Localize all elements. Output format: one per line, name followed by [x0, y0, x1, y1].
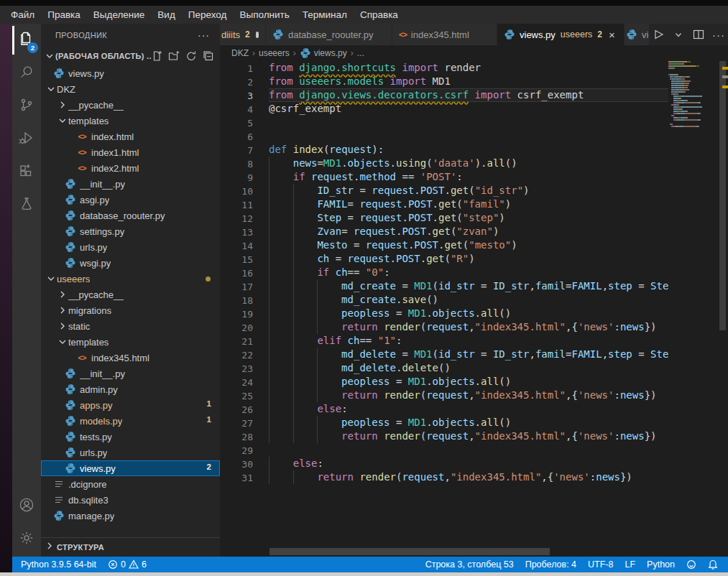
- code-editor[interactable]: 1from django.shortcuts import render2fro…: [220, 61, 668, 548]
- eol-status[interactable]: LF: [619, 557, 641, 572]
- bell-icon: [708, 559, 718, 570]
- tree-file-apps-py[interactable]: apps.py1: [41, 397, 220, 413]
- new-file-button-icon[interactable]: [151, 50, 162, 62]
- tree-folder--pycache-[interactable]: __pycache__: [41, 97, 220, 113]
- tree-file-tests-py[interactable]: tests.py: [41, 429, 220, 445]
- activitybar-explorer[interactable]: 2: [12, 24, 41, 57]
- python-interpreter-status[interactable]: Python 3.9.5 64-bit: [15, 557, 102, 572]
- outline-label: СТРУКТУРА: [57, 543, 104, 552]
- outline-section-header[interactable]: СТРУКТУРА: [41, 537, 220, 557]
- code-token: ID_str: [493, 280, 530, 292]
- tree-file-urls-py[interactable]: urls.py: [41, 239, 220, 255]
- indent-guide: [317, 416, 341, 429]
- activitybar-account[interactable]: [12, 490, 41, 523]
- workspace-section-header[interactable]: (РАБОЧАЯ ОБЛАСТЬ) ...: [41, 47, 220, 65]
- tree-folder-templates[interactable]: templates: [41, 113, 220, 129]
- run-python-file-button[interactable]: [650, 26, 667, 43]
- tab-label: index345.html: [411, 29, 469, 40]
- tree-file--dcignore[interactable]: .dcignore: [41, 476, 220, 492]
- horizontal-scrollbar[interactable]: [269, 548, 550, 555]
- sidebar-more-actions-icon[interactable]: ···: [198, 29, 210, 41]
- code-token: news: [620, 389, 645, 401]
- tree-file-db-sqlite3[interactable]: db.sqlite3: [41, 492, 220, 508]
- tab-diiits[interactable]: diiits2: [220, 24, 266, 45]
- tree-file--init-py[interactable]: __init__.py: [41, 176, 220, 192]
- vertical-scrollbar[interactable]: [719, 61, 726, 330]
- code-token: 'news': [578, 321, 614, 333]
- tree-item-label: db.sqlite3: [68, 495, 109, 506]
- activitybar-run-debug[interactable]: [12, 123, 41, 156]
- tree-file-index-html[interactable]: <>index.html: [41, 129, 220, 144]
- code-token: ,: [529, 348, 535, 360]
- encoding-status[interactable]: UTF-8: [582, 557, 619, 572]
- language-mode-status[interactable]: Python: [641, 557, 681, 572]
- minimap[interactable]: [668, 61, 719, 205]
- activitybar-testing[interactable]: [12, 189, 41, 222]
- tree-file-index1-html[interactable]: <>index1.html: [41, 144, 220, 160]
- line-number: 11: [220, 198, 253, 211]
- tab-vie[interactable]: vie: [625, 24, 650, 45]
- tree-file-index2-html[interactable]: <>index2.html: [41, 160, 220, 176]
- python-icon: [626, 29, 637, 40]
- tree-folder--pycache-[interactable]: __pycache__: [41, 287, 220, 302]
- menu-item-2[interactable]: Правка: [41, 6, 87, 24]
- breadcrumb[interactable]: DKZ›useeers›views.py›...: [220, 45, 728, 61]
- tree-item-label: index1.html: [91, 147, 139, 158]
- tree-file-database-roouter-py[interactable]: database_roouter.py: [41, 208, 220, 223]
- tree-item-label: templates: [68, 337, 109, 348]
- tree-file-settings-py[interactable]: settings.py: [41, 223, 220, 239]
- split-editor-button[interactable]: [690, 26, 707, 43]
- indentation-status[interactable]: Пробелов: 4: [520, 557, 582, 572]
- breadcrumb-item-DKZ[interactable]: DKZ: [231, 48, 249, 58]
- menu-item-8[interactable]: Справка: [354, 6, 405, 24]
- tree-folder-templates[interactable]: templates: [41, 334, 220, 350]
- breadcrumb-item--[interactable]: ...: [357, 48, 364, 58]
- line-number: 27: [220, 416, 253, 429]
- more-actions-button[interactable]: ···: [710, 26, 727, 43]
- run-dropdown-button[interactable]: [670, 26, 687, 43]
- tree-file-asgi-py[interactable]: asgi.py: [41, 192, 220, 208]
- tree-file-urls-py[interactable]: urls.py: [41, 445, 220, 460]
- tree-file--init-py[interactable]: __init__.py: [41, 366, 220, 381]
- new-folder-button-icon[interactable]: [168, 50, 180, 62]
- menu-item-6[interactable]: Выполнить: [233, 6, 295, 24]
- activitybar-source-control[interactable]: [12, 90, 41, 123]
- menu-item-5[interactable]: Переход: [182, 6, 234, 24]
- collapse-folders-button-icon[interactable]: [203, 50, 214, 62]
- tree-folder-useeers[interactable]: useeers: [41, 271, 220, 287]
- refresh-explorer-button-icon[interactable]: [185, 50, 197, 62]
- tab-database-roouter-py[interactable]: database_roouter.py: [266, 24, 392, 45]
- minimap-line: [668, 89, 719, 90]
- feedback-button[interactable]: [681, 557, 702, 572]
- tree-file-index345-html[interactable]: <>index345.html: [41, 350, 220, 366]
- activitybar-search[interactable]: [12, 57, 41, 90]
- menu-item-7[interactable]: Терминал: [296, 6, 354, 24]
- tree-file-models-py[interactable]: models.py1: [41, 413, 220, 429]
- tab-views-py[interactable]: views.pyuseeers2×: [497, 24, 625, 45]
- code-token: step: [608, 280, 632, 292]
- git-change-badge: 2: [207, 463, 211, 471]
- tree-file-views-py[interactable]: views.py: [41, 65, 220, 81]
- activitybar-extensions[interactable]: [12, 156, 41, 189]
- menu-item-1[interactable]: Файл: [4, 6, 41, 24]
- tree-file-views-py[interactable]: views.py2: [41, 460, 220, 476]
- tree-file-manage-py[interactable]: manage.py: [41, 508, 220, 524]
- tree-folder-DKZ[interactable]: DKZ: [41, 81, 220, 97]
- close-tab-icon[interactable]: ×: [609, 29, 615, 40]
- tree-file-admin-py[interactable]: admin.py: [41, 381, 220, 397]
- python-icon: [64, 210, 77, 221]
- tree-file-wsgi-py[interactable]: wsgi.py: [41, 255, 220, 271]
- line-number: 24: [220, 375, 253, 389]
- cursor-position-status[interactable]: Строка 3, столбец 53: [420, 557, 520, 572]
- menu-item-4[interactable]: Вид: [151, 6, 181, 24]
- tree-folder-migrations[interactable]: migrations: [41, 302, 220, 318]
- breadcrumb-item-views-py[interactable]: views.py: [300, 47, 347, 59]
- indent-guide: [269, 293, 293, 307]
- notifications-button[interactable]: [702, 557, 724, 572]
- tab-index345-html[interactable]: <>index345.html: [392, 24, 497, 45]
- breadcrumb-item-useeers[interactable]: useeers: [259, 48, 290, 58]
- problems-status[interactable]: 06: [102, 557, 152, 572]
- tree-folder-static[interactable]: static: [41, 318, 220, 334]
- menu-item-3[interactable]: Выделение: [87, 6, 152, 24]
- activitybar-settings[interactable]: [12, 523, 41, 556]
